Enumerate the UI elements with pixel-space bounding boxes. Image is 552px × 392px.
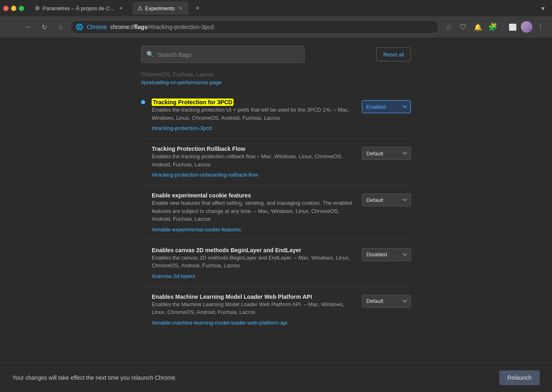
experiments-tab-label: Experiments bbox=[145, 5, 175, 11]
bottom-message: Your changes will take effect the next t… bbox=[12, 374, 177, 381]
settings-tab-close[interactable]: ✕ bbox=[118, 5, 124, 11]
flag-title-enable-machine-learning-model-loader-web-platform-api: Enables Machine Learning Model Loader We… bbox=[152, 293, 312, 300]
extensions-puzzle-button[interactable]: 🧩 bbox=[486, 20, 499, 34]
relaunch-button[interactable]: Relaunch bbox=[499, 370, 540, 385]
puzzle-icon: 🧩 bbox=[488, 22, 497, 31]
flag-anchor-enable-experimental-cookie-features[interactable]: #enable-experimental-cookie-features bbox=[152, 226, 241, 233]
flag-control-enable-experimental-cookie-features: DefaultEnabledDisabled bbox=[362, 193, 411, 206]
flag-item-tracking-protection-rollback-flow: Tracking Protection Rollback Flow Enable… bbox=[141, 138, 411, 185]
flag-description-tracking-protection-rollback-flow: Enables the tracking protection rollback… bbox=[152, 152, 355, 168]
url-prefix: chrome://flags/#tracking-protection-3pcd bbox=[110, 24, 214, 30]
flag-description-tracking-protection-3pcd: Enables the tracking protection UI + pre… bbox=[152, 106, 355, 122]
flag-indicator-enable-machine-learning-model-loader-web-platform-api bbox=[141, 295, 145, 299]
bottom-bar: Your changes will take effect the next t… bbox=[0, 363, 552, 392]
extension-button-1[interactable]: 🛡 bbox=[457, 20, 470, 34]
search-bar-row: 🔍 Reset all bbox=[141, 46, 411, 63]
reset-all-button[interactable]: Reset all bbox=[376, 47, 411, 61]
flag-control-canvas-2d-layers: DefaultEnabledDisabled bbox=[362, 248, 411, 261]
flag-control-tracking-protection-3pcd: DefaultEnabledDisabled bbox=[362, 100, 411, 113]
experiments-tab-close[interactable]: ✕ bbox=[177, 5, 184, 11]
toolbar-actions: ☆ 🛡 🔔 🧩 ⬜ ⋮ bbox=[442, 20, 547, 34]
url-scheme: chrome:// bbox=[110, 24, 134, 30]
toolbar: ← → ↻ ⌂ 🌐 Chrome chrome://flags/#trackin… bbox=[0, 16, 552, 38]
flag-indicator-canvas-2d-layers bbox=[141, 248, 145, 252]
menu-button[interactable]: ⋮ bbox=[534, 20, 547, 34]
back-button[interactable]: ← bbox=[5, 20, 18, 34]
flag-content-tracking-protection-3pcd: Tracking Protection for 3PCD Enables the… bbox=[152, 99, 355, 132]
flag-content-canvas-2d-layers: Enables canvas 2D methods BeginLayer and… bbox=[152, 246, 355, 280]
toolbar-divider bbox=[503, 23, 503, 31]
faded-platforms: ChromeOS, Fuchsia, Lacros bbox=[141, 71, 411, 78]
flag-control-enable-machine-learning-model-loader-web-platform-api: DefaultEnabledDisabled bbox=[362, 295, 411, 308]
tab-settings[interactable]: ⚙ Paramètres – À propos de C… ✕ bbox=[30, 2, 129, 15]
flag-content-enable-experimental-cookie-features: Enable experimental cookie features Enab… bbox=[152, 192, 355, 233]
experiments-icon: ⚠ bbox=[137, 5, 143, 11]
url-flags: flags bbox=[134, 24, 148, 30]
close-button[interactable] bbox=[3, 6, 9, 11]
flag-anchor-tracking-protection-3pcd[interactable]: #tracking-protection-3pcd bbox=[152, 125, 212, 131]
flag-select-tracking-protection-rollback-flow[interactable]: DefaultEnabledDisabled bbox=[362, 147, 411, 160]
flag-anchor-tracking-protection-rollback-flow[interactable]: #tracking-protection-onboarding-rollback… bbox=[152, 172, 258, 178]
main-content: 🔍 Reset all ChromeOS, Fuchsia, Lacros #p… bbox=[0, 38, 552, 363]
reload-button[interactable]: ↻ bbox=[38, 20, 51, 34]
avatar[interactable] bbox=[521, 21, 532, 33]
maximize-button[interactable] bbox=[19, 6, 24, 11]
faded-anchor-link[interactable]: #preloading-on-performance-page bbox=[141, 79, 411, 85]
tab-experiments[interactable]: ⚠ Experiments ✕ bbox=[132, 2, 188, 15]
flag-select-enable-machine-learning-model-loader-web-platform-api[interactable]: DefaultEnabledDisabled bbox=[362, 295, 411, 308]
chrome-brand-label: Chrome bbox=[87, 24, 107, 30]
flag-description-canvas-2d-layers: Enables the canvas 2D methods BeginLayer… bbox=[152, 254, 355, 270]
shield-icon: 🛡 bbox=[460, 23, 467, 31]
flag-control-tracking-protection-rollback-flow: DefaultEnabledDisabled bbox=[362, 147, 411, 160]
forward-button[interactable]: → bbox=[21, 20, 34, 34]
flag-title-canvas-2d-layers: Enables canvas 2D methods BeginLayer and… bbox=[152, 247, 301, 253]
address-bar[interactable]: 🌐 Chrome chrome://flags/#tracking-protec… bbox=[70, 20, 439, 34]
flag-indicator-tracking-protection-rollback-flow bbox=[141, 147, 145, 151]
tab-list-button[interactable]: ▾ bbox=[537, 2, 549, 14]
flag-item-tracking-protection-3pcd: Tracking Protection for 3PCD Enables the… bbox=[141, 92, 411, 138]
flag-title-enable-experimental-cookie-features: Enable experimental cookie features bbox=[152, 192, 251, 199]
flag-content-tracking-protection-rollback-flow: Tracking Protection Rollback Flow Enable… bbox=[152, 145, 355, 178]
extension-button-2[interactable]: 🔔 bbox=[471, 20, 485, 34]
settings-tab-label: Paramètres – À propos de C… bbox=[43, 5, 115, 11]
flag-select-enable-experimental-cookie-features[interactable]: DefaultEnabledDisabled bbox=[362, 193, 411, 206]
notification-icon: 🔔 bbox=[474, 23, 482, 31]
settings-icon: ⚙ bbox=[35, 5, 40, 11]
flag-item-enable-experimental-cookie-features: Enable experimental cookie features Enab… bbox=[141, 185, 411, 240]
bookmark-button[interactable]: ☆ bbox=[442, 20, 455, 34]
home-button[interactable]: ⌂ bbox=[54, 20, 67, 34]
url-path: /#tracking-protection-3pcd bbox=[148, 24, 214, 30]
search-input[interactable] bbox=[157, 51, 299, 58]
new-tab-button[interactable]: + bbox=[192, 2, 203, 14]
flag-anchor-enable-machine-learning-model-loader-web-platform-api[interactable]: #enable-machine-learning-model-loader-we… bbox=[152, 320, 287, 326]
flag-description-enable-machine-learning-model-loader-web-platform-api: Enables the Machine Learning Model Loade… bbox=[152, 300, 355, 316]
flag-indicator-enable-experimental-cookie-features bbox=[141, 193, 145, 197]
flag-select-tracking-protection-3pcd[interactable]: DefaultEnabledDisabled bbox=[362, 100, 411, 113]
split-view-button[interactable]: ⬜ bbox=[506, 20, 519, 34]
title-bar: ⚙ Paramètres – À propos de C… ✕ ⚠ Experi… bbox=[0, 0, 552, 16]
flag-anchor-canvas-2d-layers[interactable]: #canvas-2d-layers bbox=[152, 273, 195, 279]
flag-indicator-tracking-protection-3pcd bbox=[141, 100, 145, 104]
window-controls bbox=[3, 6, 24, 11]
flag-content-enable-machine-learning-model-loader-web-platform-api: Enables Machine Learning Model Loader We… bbox=[152, 293, 355, 326]
search-box[interactable]: 🔍 bbox=[141, 46, 305, 63]
chrome-logo-icon: 🌐 bbox=[76, 23, 83, 31]
flag-item-enable-machine-learning-model-loader-web-platform-api: Enables Machine Learning Model Loader We… bbox=[141, 286, 411, 333]
content-wrapper: 🔍 Reset all ChromeOS, Fuchsia, Lacros #p… bbox=[133, 46, 419, 333]
minimize-button[interactable] bbox=[11, 6, 16, 11]
flag-description-enable-experimental-cookie-features: Enable new features that affect setting,… bbox=[152, 199, 355, 223]
flag-select-canvas-2d-layers[interactable]: DefaultEnabledDisabled bbox=[362, 248, 411, 261]
flag-title-tracking-protection-rollback-flow: Tracking Protection Rollback Flow bbox=[152, 146, 245, 152]
flags-list: Tracking Protection for 3PCD Enables the… bbox=[141, 92, 411, 333]
flag-title-tracking-protection-3pcd: Tracking Protection for 3PCD bbox=[152, 99, 233, 106]
flag-item-canvas-2d-layers: Enables canvas 2D methods BeginLayer and… bbox=[141, 240, 411, 286]
search-icon: 🔍 bbox=[146, 51, 154, 58]
